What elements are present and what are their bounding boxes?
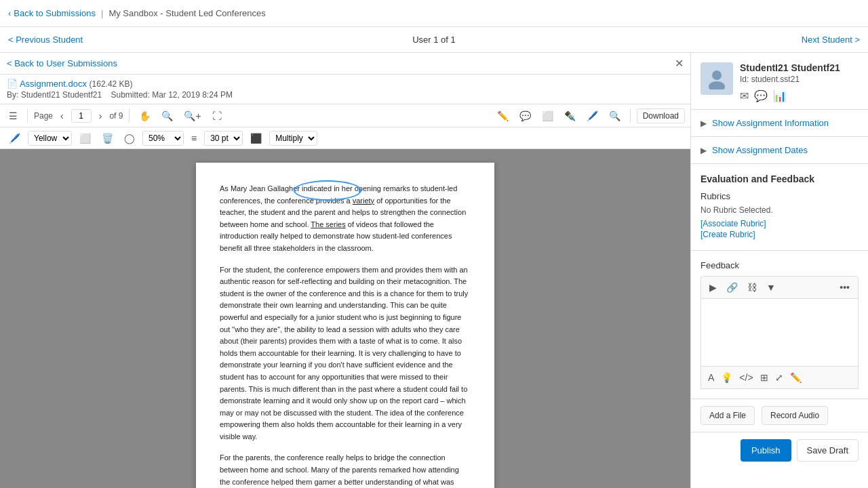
page-total: of 9 — [109, 111, 123, 121]
doc-page: As Mary Jean Gallagher indicated in her … — [196, 163, 494, 488]
main-layout: < Back to User Submissions ✕ 📄 Assignmen… — [0, 53, 868, 488]
file-actions: Add a File Record Audio — [691, 399, 868, 432]
link-btn[interactable]: ⛓ — [745, 281, 760, 294]
eval-section: Evaluation and Feedback Rubrics No Rubri… — [691, 164, 868, 251]
assignment-info-label: Show Assignment Information — [712, 118, 829, 128]
accordion-arrow-dates: ▶ — [701, 146, 707, 155]
sidebar-toggle-btn[interactable]: ☰ — [5, 108, 21, 123]
opacity-btn[interactable]: ◯ — [121, 131, 138, 146]
svg-point-1 — [709, 81, 725, 89]
file-icon: 📄 — [7, 79, 18, 89]
save-draft-btn[interactable]: Save Draft — [797, 439, 859, 462]
breadcrumb-title: My Sandbox - Student Led Conferences — [108, 8, 265, 18]
message-student-btn[interactable]: 💬 — [754, 89, 768, 102]
right-sidebar: StudentI21 Studentf21 Id: student.sst21 … — [690, 53, 868, 488]
zoom-out-btn[interactable]: 🔍 — [158, 108, 176, 123]
secondary-toolbar: 🖊️ Yellow Red Blue ⬜ 🗑️ ◯ 50% 75% 100% ≡… — [0, 127, 690, 149]
sep1 — [27, 109, 28, 123]
fit-page-btn[interactable]: ⛶ — [209, 108, 225, 123]
next-student-link[interactable]: Next Student > — [802, 35, 860, 45]
download-btn[interactable]: Download — [637, 108, 685, 123]
media-btn[interactable]: ▶ — [707, 281, 719, 294]
file-info-left: 📄 Assignment.docx (162.42 KB) By: Studen… — [7, 79, 233, 100]
assignment-dates-header[interactable]: ▶ Show Assignment Dates — [691, 137, 868, 163]
back-to-user-submissions-link[interactable]: < Back to User Submissions — [7, 58, 117, 68]
format-table-btn[interactable]: ⊞ — [759, 371, 770, 384]
prev-student-link[interactable]: < Previous Student — [8, 35, 83, 45]
comment-btn[interactable]: 💬 — [516, 108, 534, 123]
assignment-dates-label: Show Assignment Dates — [712, 145, 808, 155]
page-label: Page — [34, 111, 53, 121]
rect-tool-btn[interactable]: ⬜ — [76, 131, 94, 146]
add-file-btn[interactable]: Add a File — [701, 406, 755, 425]
stamp-btn[interactable]: 🖊️ — [583, 108, 601, 123]
back-submissions-bar: < Back to User Submissions ✕ — [0, 53, 690, 75]
doc-paragraph-3: For the parents, the conference really h… — [220, 452, 471, 488]
create-rubric-link[interactable]: [Create Rubric] — [701, 230, 859, 239]
format-expand-btn[interactable]: ⤢ — [774, 371, 785, 384]
format-code-btn[interactable]: </> — [738, 371, 754, 384]
zoom-select[interactable]: 50% 75% 100% — [142, 131, 184, 146]
border-btn[interactable]: ⬛ — [247, 131, 265, 146]
feedback-format-bar: A 💡 </> ⊞ ⤢ ✏️ — [701, 367, 859, 389]
file-info-bar: 📄 Assignment.docx (162.42 KB) By: Studen… — [0, 75, 690, 104]
doc-content: As Mary Jean Gallagher indicated in her … — [0, 149, 690, 488]
search-doc-btn[interactable]: 🔍 — [606, 108, 624, 123]
file-name-row: 📄 Assignment.docx (162.42 KB) — [7, 79, 233, 89]
student-id: Id: student.sst21 — [740, 75, 859, 84]
format-edit-btn[interactable]: ✏️ — [789, 371, 803, 384]
color-tool-btn[interactable]: 🖊️ — [5, 131, 24, 146]
zoom-in-btn[interactable]: 🔍+ — [180, 108, 204, 123]
feedback-editor[interactable] — [701, 299, 859, 367]
sep3 — [630, 109, 631, 123]
back-to-submissions-link[interactable]: ‹ Back to Submissions — [8, 8, 96, 18]
doc-paragraph-1: As Mary Jean Gallagher indicated in her … — [220, 183, 471, 255]
close-icon[interactable]: ✕ — [675, 57, 684, 70]
email-student-btn[interactable]: ✉ — [740, 89, 749, 102]
blend-select[interactable]: Multiply Normal — [269, 131, 317, 146]
format-highlight-btn[interactable]: 💡 — [719, 371, 734, 384]
size-select[interactable]: 30 pt 20 pt 14 pt — [204, 131, 243, 146]
file-size: (162.42 KB) — [90, 79, 133, 89]
format-color-btn[interactable]: A — [707, 371, 715, 384]
top-nav: ‹ Back to Submissions | My Sandbox - Stu… — [0, 0, 868, 27]
associate-rubric-link[interactable]: [Associate Rubric] — [701, 219, 859, 228]
assignment-dates-accordion: ▶ Show Assignment Dates — [691, 137, 868, 164]
student-name: StudentI21 Studentf21 — [740, 62, 859, 73]
stats-student-btn[interactable]: 📊 — [773, 89, 787, 102]
svg-point-0 — [712, 70, 722, 80]
pen-tool-btn[interactable]: ✏️ — [494, 108, 512, 123]
crop-btn[interactable]: ⬜ — [538, 108, 557, 123]
page-input[interactable] — [71, 109, 92, 123]
eval-title: Evaluation and Feedback — [701, 174, 859, 184]
student-actions: ✉ 💬 📊 — [740, 89, 859, 102]
student-card: StudentI21 Studentf21 Id: student.sst21 … — [691, 53, 868, 110]
feedback-section: Feedback ▶ 🔗 ⛓ ▼ ••• A 💡 </> ⊞ ⤢ ✏️ — [691, 251, 868, 399]
eraser-btn[interactable]: 🗑️ — [98, 131, 117, 146]
record-audio-btn[interactable]: Record Audio — [762, 406, 828, 425]
assignment-info-header[interactable]: ▶ Show Assignment Information — [691, 110, 868, 136]
user-info: User 1 of 1 — [412, 35, 456, 45]
publish-btn[interactable]: Publish — [741, 439, 791, 462]
prev-page-btn[interactable]: ‹ — [57, 108, 67, 123]
markup-btn[interactable]: ✒️ — [561, 108, 579, 123]
color-select[interactable]: Yellow Red Blue — [28, 131, 72, 146]
student-nav: < Previous Student User 1 of 1 Next Stud… — [0, 27, 868, 53]
no-rubric-text: No Rubric Selected. — [701, 205, 859, 215]
next-page-btn[interactable]: › — [96, 108, 106, 123]
more-options-btn[interactable]: ••• — [837, 281, 852, 294]
back-arrow-icon: ‹ — [8, 8, 11, 18]
sep2 — [129, 109, 130, 123]
dropdown-btn[interactable]: ▼ — [764, 281, 778, 294]
file-name-link[interactable]: Assignment.docx — [20, 79, 87, 89]
assignment-info-accordion: ▶ Show Assignment Information — [691, 110, 868, 137]
feedback-label: Feedback — [701, 260, 859, 270]
back-label: Back to Submissions — [14, 8, 96, 18]
insert-btn[interactable]: 🔗 — [724, 281, 741, 294]
align-btn[interactable]: ≡ — [188, 131, 200, 146]
hand-tool-btn[interactable]: ✋ — [136, 108, 154, 123]
student-avatar — [701, 62, 733, 95]
submitted-date: Submitted: Mar 12, 2019 8:24 PM — [111, 90, 232, 100]
doc-area: < Back to User Submissions ✕ 📄 Assignmen… — [0, 53, 690, 488]
main-toolbar: ☰ Page ‹ › of 9 ✋ 🔍 🔍+ ⛶ ✏️ 💬 ⬜ ✒️ 🖊️ 🔍 … — [0, 104, 690, 127]
